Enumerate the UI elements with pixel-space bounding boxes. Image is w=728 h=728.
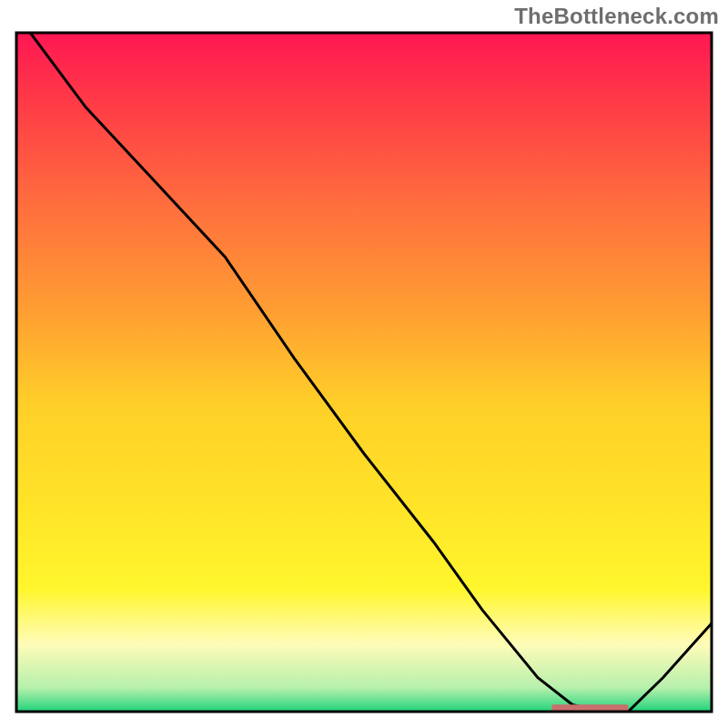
watermark-text: TheBottleneck.com: [514, 4, 719, 29]
chart-container: TheBottleneck.com: [0, 0, 728, 728]
heatmap-gradient-background: [16, 33, 712, 712]
bottleneck-chart-svg: [0, 0, 728, 728]
